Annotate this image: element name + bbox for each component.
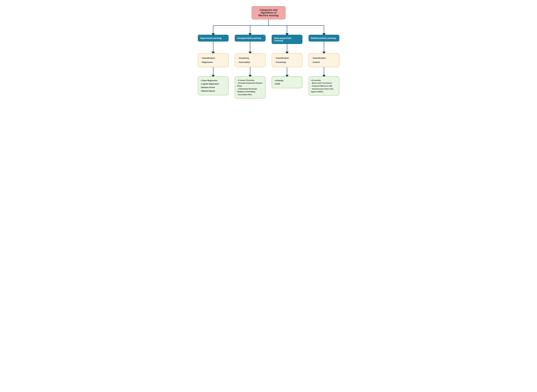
unsupervised-sub-item-2: - Association: [238, 60, 262, 64]
supervised-algo-3: - Random Forest: [200, 86, 226, 89]
reinforcement-algo-3: - Temporal Difference (TD): [311, 84, 337, 88]
semi-algo-1: - uClassify: [274, 79, 300, 82]
root-node: Categories and Algorithms of Machine lea…: [252, 6, 286, 19]
reinforcement-algo-4: - Asynchronous Actor-Critic Agents (AAAC…: [311, 88, 337, 93]
supervised-algo-2: - Logistic Regression: [200, 82, 226, 86]
reinforcement-sub-item-2: - Control: [312, 60, 336, 64]
semi-sub-box: - Classification - Clustering: [272, 53, 302, 67]
semi-algo-box: - uClassify - GATE: [272, 76, 302, 89]
semi-sub-item-1: - Classification: [275, 56, 299, 60]
reinforcement-algo-2: - Monte Carlo Tree Search: [311, 82, 337, 84]
supervised-algo-1: - Linear Regression: [200, 79, 226, 82]
unsupervised-algo-box: - K-means Clustering - Principal Compone…: [235, 76, 265, 98]
semi-sub-item-2: - Clustering: [275, 60, 299, 64]
root-label: Categories and Algorithms of Machine lea…: [259, 9, 278, 17]
unsupervised-algo-1: - K-means Clustering: [237, 79, 263, 82]
supervised-sub-item-2: - Regression: [201, 60, 226, 64]
supervised-sub-box: - Classification - Regression: [198, 53, 229, 67]
supervised-sub-item-1: - Classification: [201, 56, 226, 60]
semi-label: Semi-supervised Learning: [274, 37, 291, 42]
reinforcement-sub-item-1: - Classification: [312, 56, 336, 60]
semi-algo-2: - GATE: [274, 82, 300, 86]
semi-supervised-learning-box: Semi-supervised Learning: [272, 35, 302, 44]
reinforcement-label: Reinforcement Learning: [311, 37, 336, 39]
supervised-label: Supervised Learning: [200, 37, 221, 39]
unsupervised-algo-3: - t-Distributed Stochastic Neighbour Emb…: [237, 88, 263, 93]
supervised-algo-box: - Linear Regression - Logistic Regressio…: [198, 76, 229, 95]
reinforcement-learning-box: Reinforcement Learning: [309, 35, 339, 42]
unsupervised-algo-2: - Principal Component Analysis (PCA): [237, 82, 263, 87]
unsupervised-algo-4: - Association Rule: [237, 93, 263, 96]
unsupervised-sub-item-1: - Clustering: [238, 56, 262, 60]
reinforcement-algo-box: -Q-Learning - Monte Carlo Tree Search - …: [309, 76, 339, 96]
reinforcement-sub-box: - Classification - Control: [309, 53, 339, 67]
unsupervised-label: Unsupervised Learning: [237, 37, 261, 39]
supervised-algo-4: - Network Neural: [200, 89, 226, 93]
unsupervised-learning-box: Unsupervised Learning: [235, 35, 265, 42]
supervised-learning-box: Supervised Learning: [198, 35, 229, 42]
unsupervised-sub-box: - Clustering - Association: [235, 53, 265, 67]
reinforcement-algo-1: -Q-Learning: [311, 79, 337, 82]
